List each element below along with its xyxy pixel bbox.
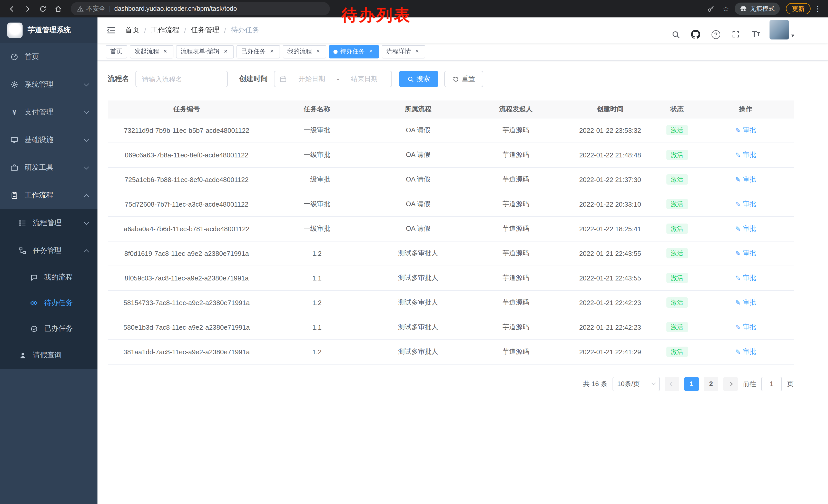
tab-done-tasks[interactable]: 已办任务 × bbox=[237, 45, 280, 58]
chevron-down-icon bbox=[84, 220, 89, 225]
approve-button[interactable]: ✎审批 bbox=[735, 224, 756, 233]
workflow-icon bbox=[10, 191, 18, 199]
page-size-select[interactable]: 10条/页 bbox=[613, 377, 660, 391]
chevron-left-icon bbox=[670, 382, 674, 386]
edit-icon: ✎ bbox=[735, 299, 741, 306]
status-badge: 激活 bbox=[666, 322, 688, 332]
goto-label: 前往 bbox=[743, 379, 756, 388]
breadcrumb-task-mgmt[interactable]: 任务管理 bbox=[191, 26, 219, 35]
app-logo bbox=[7, 22, 23, 38]
approve-button[interactable]: ✎审批 bbox=[735, 175, 756, 184]
approve-button[interactable]: ✎审批 bbox=[735, 249, 756, 258]
sidebar-item-task-mgmt[interactable]: 任务管理 bbox=[0, 237, 97, 265]
goto-page-input[interactable] bbox=[761, 377, 782, 391]
browser-toolbar: 不安全 | dashboard.yudao.iocoder.cn/bpm/tas… bbox=[0, 0, 828, 17]
close-icon[interactable]: × bbox=[268, 48, 276, 55]
payment-icon: ¥ bbox=[10, 108, 18, 117]
avatar[interactable] bbox=[770, 20, 789, 40]
chevron-up-icon bbox=[84, 194, 89, 199]
close-icon[interactable]: × bbox=[367, 48, 374, 55]
approve-button[interactable]: ✎审批 bbox=[735, 126, 756, 135]
process-list-icon bbox=[18, 219, 27, 227]
sidebar-item-process-mgmt[interactable]: 流程管理 bbox=[0, 209, 97, 237]
app-logo-row[interactable]: 芋道管理系统 bbox=[0, 17, 97, 43]
sidebar-item-payment-mgmt[interactable]: ¥ 支付管理 bbox=[0, 98, 97, 126]
prev-page-button[interactable] bbox=[665, 377, 679, 391]
tab-todo-tasks[interactable]: 待办任务 × bbox=[329, 45, 379, 58]
browser-back-button[interactable] bbox=[5, 2, 18, 15]
tab-home[interactable]: 首页 bbox=[106, 45, 127, 58]
browser-refresh-button[interactable] bbox=[36, 2, 49, 15]
security-label: 不安全 bbox=[86, 4, 106, 13]
approve-button[interactable]: ✎审批 bbox=[735, 322, 756, 332]
edit-icon: ✎ bbox=[735, 249, 741, 257]
search-icon[interactable] bbox=[670, 28, 682, 41]
incognito-badge: 无痕模式 bbox=[735, 3, 780, 15]
browser-forward-button[interactable] bbox=[20, 2, 34, 15]
chevron-up-icon bbox=[84, 249, 89, 254]
close-icon[interactable]: × bbox=[413, 48, 421, 55]
sidebar-item-done-tasks[interactable]: 已办任务 bbox=[0, 316, 97, 341]
chevron-down-icon bbox=[652, 381, 656, 385]
status-badge: 激活 bbox=[666, 347, 688, 357]
bookmark-star-icon[interactable]: ☆ bbox=[719, 2, 733, 15]
chevron-right-icon bbox=[729, 382, 733, 386]
help-icon[interactable]: ? bbox=[710, 28, 722, 41]
user-menu[interactable]: ▾ bbox=[770, 20, 794, 41]
search-icon bbox=[407, 76, 414, 82]
process-name-input[interactable] bbox=[135, 71, 228, 87]
user-icon bbox=[18, 351, 27, 359]
font-size-icon[interactable]: TT bbox=[750, 28, 762, 41]
close-icon[interactable]: × bbox=[162, 48, 169, 55]
edit-icon: ✎ bbox=[735, 151, 741, 159]
pagination: 共 16 条 10条/页 1 2 前往 页 bbox=[108, 377, 794, 406]
sidebar-item-leave-query[interactable]: 请假查询 bbox=[0, 341, 97, 369]
page-number-1[interactable]: 1 bbox=[685, 377, 699, 391]
col-initiator: 流程发起人 bbox=[468, 100, 564, 118]
sidebar-item-system-mgmt[interactable]: 系统管理 bbox=[0, 71, 97, 98]
close-icon[interactable]: × bbox=[222, 48, 229, 55]
reset-button[interactable]: 重置 bbox=[444, 71, 483, 87]
fullscreen-icon[interactable] bbox=[730, 28, 742, 41]
address-bar[interactable]: 不安全 | dashboard.yudao.iocoder.cn/bpm/tas… bbox=[71, 2, 330, 15]
security-indicator[interactable]: 不安全 bbox=[77, 4, 106, 13]
search-button[interactable]: 搜索 bbox=[399, 71, 438, 87]
check-circle-icon bbox=[30, 325, 38, 333]
sidebar-item-home[interactable]: 首页 bbox=[0, 43, 97, 71]
sidebar-item-infrastructure[interactable]: 基础设施 bbox=[0, 126, 97, 154]
breadcrumb-home[interactable]: 首页 bbox=[125, 26, 139, 35]
sidebar-item-todo-tasks[interactable]: 待办任务 bbox=[0, 290, 97, 316]
chat-icon bbox=[30, 273, 38, 281]
github-icon[interactable] bbox=[690, 28, 702, 41]
active-dot bbox=[333, 49, 338, 54]
browser-home-button[interactable] bbox=[51, 2, 65, 15]
tab-process-detail[interactable]: 流程详情 × bbox=[382, 45, 425, 58]
tab-form-edit[interactable]: 流程表单-编辑 × bbox=[176, 45, 234, 58]
sidebar-item-workflow[interactable]: 工作流程 bbox=[0, 182, 97, 209]
browser-update-button[interactable]: 更新 bbox=[786, 3, 811, 14]
sidebar-item-devtools[interactable]: 研发工具 bbox=[0, 154, 97, 182]
sidebar-item-my-process[interactable]: 我的流程 bbox=[0, 265, 97, 290]
tab-my-process[interactable]: 我的流程 × bbox=[283, 45, 326, 58]
tab-start-process[interactable]: 发起流程 × bbox=[130, 45, 173, 58]
refresh-icon bbox=[452, 76, 459, 82]
approve-button[interactable]: ✎审批 bbox=[735, 298, 756, 307]
approve-button[interactable]: ✎审批 bbox=[735, 199, 756, 209]
status-badge: 激活 bbox=[666, 150, 688, 160]
date-range-picker[interactable]: 开始日期 - 结束日期 bbox=[274, 71, 392, 87]
sidebar-fold-icon[interactable] bbox=[106, 25, 117, 36]
close-icon[interactable]: × bbox=[315, 48, 322, 55]
approve-button[interactable]: ✎审批 bbox=[735, 273, 756, 282]
password-key-icon[interactable] bbox=[704, 2, 717, 15]
chevron-down-icon bbox=[84, 137, 89, 142]
page-number-2[interactable]: 2 bbox=[704, 377, 718, 391]
next-page-button[interactable] bbox=[723, 377, 738, 391]
total-count: 共 16 条 bbox=[583, 379, 608, 388]
col-task-id: 任务编号 bbox=[108, 100, 265, 118]
approve-button[interactable]: ✎审批 bbox=[735, 347, 756, 356]
breadcrumb-workflow[interactable]: 工作流程 bbox=[151, 26, 179, 35]
table-row: 75d72608-7b7f-11ec-a3c8-acde48001122 一级审… bbox=[108, 192, 794, 216]
browser-menu-icon[interactable]: ⋮ bbox=[813, 4, 823, 13]
approve-button[interactable]: ✎审批 bbox=[735, 150, 756, 159]
page-unit-label: 页 bbox=[787, 379, 794, 388]
